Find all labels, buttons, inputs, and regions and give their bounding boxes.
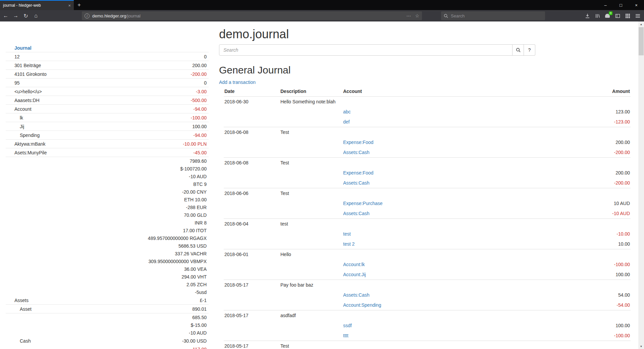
posting-account-cell: Assets:Cash — [342, 208, 543, 219]
sidebar-account-link[interactable]: Assets — [6, 298, 200, 303]
posting-date-spacer — [224, 137, 280, 147]
minimize-button[interactable]: – — [598, 0, 613, 10]
sidebar: Journal 120301 Beiträge200.004101 Giroko… — [6, 44, 209, 349]
sidebar-account-link[interactable]: 4101 Girokonto — [6, 71, 191, 77]
posting-account-cell: Expense:Purchase — [342, 198, 543, 208]
transaction-account-spacer — [342, 158, 543, 168]
posting-account-cell: test 2 — [342, 239, 543, 249]
sidebar-account-link[interactable]: Account — [6, 106, 193, 112]
transaction-account-spacer — [342, 127, 543, 138]
posting-account-cell: Assets:Cash — [342, 290, 543, 300]
posting-account-link[interactable]: Assets:Cash — [343, 211, 370, 216]
url-bar[interactable]: i demo.hledger.org /journal ⋯ ☆ — [82, 11, 422, 20]
transaction-account-spacer — [342, 219, 543, 229]
tab-close-icon[interactable]: × — [68, 3, 71, 8]
posting-desc-spacer — [280, 168, 342, 178]
sidebar-account-row: 2.05 ZCH — [6, 281, 209, 288]
journal-search-input[interactable] — [219, 44, 513, 56]
bookmark-star-icon[interactable]: ☆ — [415, 13, 419, 18]
browser-search-field[interactable]: Search — [441, 11, 545, 20]
posting-account-link[interactable]: tttt — [343, 333, 348, 338]
posting-desc-spacer — [280, 331, 342, 341]
back-icon[interactable]: ← — [1, 11, 11, 20]
sidebar-account-row: 17.00 ITOT — [6, 227, 209, 234]
add-transaction-link[interactable]: Add a transaction — [219, 80, 256, 85]
sidebar-account-link[interactable]: <u>hello</u> — [6, 89, 196, 94]
maximize-button[interactable]: □ — [613, 0, 629, 10]
posting-account-link[interactable]: def — [343, 119, 350, 124]
transaction-description: Hello — [280, 249, 342, 260]
grid-icon[interactable] — [623, 11, 633, 20]
sidebar-account-link[interactable]: Cash — [6, 338, 182, 344]
page-actions-icon[interactable]: ⋯ — [406, 13, 411, 18]
posting-amount: 200.00 — [543, 137, 631, 147]
journal-search-button[interactable] — [513, 44, 524, 56]
transaction-row: 2018-06-30Hello Something note:blah — [224, 97, 631, 107]
posting-account-link[interactable]: Assets:Cash — [343, 292, 370, 298]
posting-account-link[interactable]: Expense:Food — [343, 170, 373, 176]
posting-account-link[interactable]: Account:Jij — [343, 272, 366, 277]
sidebar-account-row: Account-94.00 — [6, 105, 209, 113]
transaction-description: Pay foo bar baz — [280, 280, 342, 290]
sidebar-account-balance: -10 AUD — [189, 174, 207, 179]
extension-icon[interactable]: 0 — [602, 11, 612, 20]
posting-account-link[interactable]: ssdf — [343, 323, 352, 328]
sidebar-account-row: INR 8 — [6, 219, 209, 227]
sidebar-account-link[interactable]: 12 — [6, 54, 204, 59]
posting-amount: 123.00 — [543, 107, 631, 117]
sidebar-account-link[interactable]: Aktywa:mBank — [6, 141, 183, 147]
menu-icon[interactable] — [633, 11, 643, 20]
scrollbar-up-icon[interactable]: ▲ — [638, 21, 644, 27]
reload-icon[interactable]: ↻ — [21, 11, 31, 20]
posting-account-link[interactable]: Account:Spending — [343, 302, 381, 308]
posting-account-link[interactable]: Expense:Food — [343, 140, 373, 145]
sidebar-account-balance: -5usd — [195, 290, 207, 295]
library-icon[interactable] — [592, 11, 602, 20]
posting-account-link[interactable]: test — [343, 231, 351, 237]
sidebar-toggle-icon[interactable] — [612, 11, 623, 20]
sidebar-account-row: BTC 9 — [6, 180, 209, 188]
posting-account-link[interactable]: test 2 — [343, 241, 355, 247]
sidebar-account-row: <u>hello</u>-3.00 — [6, 87, 209, 96]
sidebar-journal-link[interactable]: Journal — [6, 45, 32, 51]
forward-icon[interactable]: → — [11, 11, 21, 20]
home-icon[interactable]: ⌂ — [31, 11, 41, 20]
posting-account-link[interactable]: abc — [343, 109, 351, 114]
posting-desc-spacer — [280, 117, 342, 127]
posting-account-link[interactable]: Assets:Cash — [343, 180, 370, 186]
page-viewport: Journal 120301 Beiträge200.004101 Giroko… — [0, 21, 644, 349]
sidebar-account-link[interactable]: Asset — [6, 306, 192, 312]
browser-tab[interactable]: journal - hledger-web × — [0, 0, 74, 10]
sidebar-account-balance: -94.00 — [193, 106, 207, 112]
sidebar-account-link[interactable]: Spending — [6, 133, 193, 138]
posting-date-spacer — [224, 320, 280, 331]
table-header-row: Date Description Account Amount — [224, 86, 631, 97]
scrollbar-down-icon[interactable]: ▼ — [638, 344, 644, 349]
sidebar-account-link[interactable]: Aaasets:DH — [6, 98, 191, 103]
posting-account-link[interactable]: Account:lk — [343, 262, 365, 267]
sidebar-account-balance: 489.957000000000 RGAGX — [148, 236, 207, 241]
posting-date-spacer — [224, 198, 280, 208]
scrollbar-thumb[interactable] — [639, 27, 644, 55]
close-button[interactable]: × — [629, 0, 644, 10]
content-scrollbar[interactable]: ▲ ▼ — [638, 21, 644, 349]
sidebar-account-balance: ETH 10.00 — [184, 197, 207, 202]
tab-bar: journal - hledger-web × + – □ × — [0, 0, 644, 10]
search-help-button[interactable]: ? — [524, 44, 535, 56]
site-info-icon[interactable]: i — [85, 13, 90, 18]
sidebar-account-row: 337.26 VACHR — [6, 250, 209, 257]
transaction-amount-spacer — [543, 127, 631, 138]
sidebar-account-link[interactable]: Jij — [6, 124, 192, 129]
sidebar-account-link[interactable]: 95 — [6, 80, 204, 86]
sidebar-account-link[interactable]: Asets:MunyPile — [6, 150, 193, 155]
posting-amount: -123.00 — [543, 117, 631, 127]
sidebar-account-row: Assets£-1 — [6, 296, 209, 305]
downloads-icon[interactable] — [582, 11, 592, 20]
sidebar-account-link[interactable]: lk — [6, 115, 191, 120]
new-tab-button[interactable]: + — [74, 0, 85, 10]
sidebar-account-link[interactable]: 301 Beiträge — [6, 63, 192, 68]
posting-account-cell: def — [342, 117, 543, 127]
posting-row: Account:lk-100.00 — [224, 259, 631, 269]
posting-account-link[interactable]: Assets:Cash — [343, 150, 370, 155]
posting-account-link[interactable]: Expense:Purchase — [343, 201, 383, 206]
